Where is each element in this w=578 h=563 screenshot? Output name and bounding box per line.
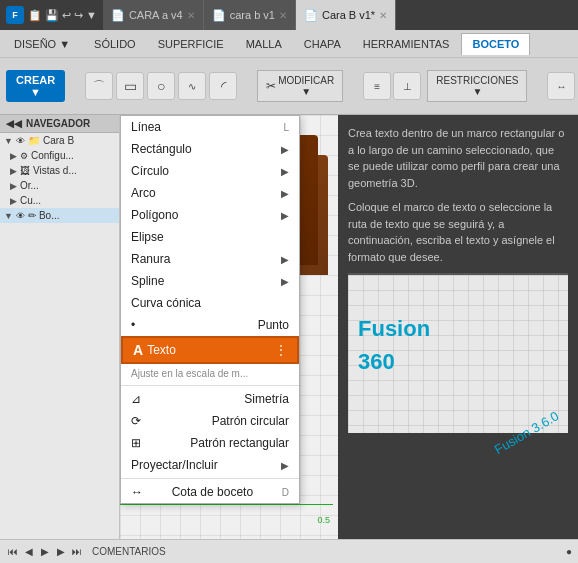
design-button[interactable]: DISEÑO ▼ bbox=[6, 35, 78, 53]
tab-superficie[interactable]: SUPERFICIE bbox=[148, 33, 234, 55]
menu-spline[interactable]: Spline ▶ bbox=[121, 270, 299, 292]
patron-c-icon: ⟳ bbox=[131, 414, 141, 428]
menu-simetria[interactable]: ⊿ Simetría bbox=[121, 388, 299, 410]
quick-access: 📋 💾 ↩ ↪ ▼ bbox=[28, 9, 97, 22]
arrow-icon3: ▶ bbox=[281, 188, 289, 199]
menu-punto[interactable]: • Punto bbox=[121, 314, 299, 336]
new-icon[interactable]: 📋 bbox=[28, 9, 42, 22]
menu-punto-icon: • bbox=[131, 318, 135, 332]
tab-chapa[interactable]: CHAPA bbox=[294, 33, 351, 55]
dropdown-icon[interactable]: ▼ bbox=[86, 9, 97, 21]
item-icon: 📁 bbox=[28, 135, 40, 146]
menu-patron-circular[interactable]: ⟳ Patrón circular bbox=[121, 410, 299, 432]
item-label5: Cu... bbox=[20, 195, 41, 206]
comentarios-expand[interactable]: ● bbox=[566, 546, 572, 557]
menu-linea[interactable]: Línea L bbox=[121, 116, 299, 138]
menu-poligono-label: Polígono bbox=[131, 208, 178, 222]
menu-patron-rect[interactable]: ⊞ Patrón rectangular bbox=[121, 432, 299, 454]
text-icon: A bbox=[133, 342, 143, 358]
nav-prev[interactable]: ◀ bbox=[22, 545, 36, 559]
inspect1[interactable]: ↔ bbox=[547, 72, 575, 100]
patron-r-icon: ⊞ bbox=[131, 436, 141, 450]
separator2 bbox=[121, 478, 299, 479]
menu-curva-conica[interactable]: Curva cónica bbox=[121, 292, 299, 314]
tab-herramientas[interactable]: HERRAMIENTAS bbox=[353, 33, 460, 55]
redo-icon[interactable]: ↪ bbox=[74, 9, 83, 22]
menu-ajuste[interactable]: Ajuste en la escala de m... bbox=[121, 364, 299, 383]
arrow-icon: ▶ bbox=[281, 144, 289, 155]
menu-simetria-label: Simetría bbox=[244, 392, 289, 406]
axis-label: 0.5 bbox=[317, 515, 330, 525]
tab-cara-b-v1[interactable]: 📄 Cara B v1* ✕ bbox=[296, 0, 396, 30]
eye-icon2: ⚙ bbox=[20, 151, 28, 161]
menu-rectangulo-label: Rectángulo bbox=[131, 142, 192, 156]
tab-close-active[interactable]: ✕ bbox=[379, 10, 387, 21]
constraint2[interactable]: ⊥ bbox=[393, 72, 421, 100]
menu-proyectar-label: Proyectar/Incluir bbox=[131, 458, 218, 472]
sidebar-item-vistas[interactable]: ▶ 🖼 Vistas d... bbox=[0, 163, 119, 178]
menu-punto-label: Punto bbox=[258, 318, 289, 332]
menu-ranura-label: Ranura bbox=[131, 252, 170, 266]
nav-play[interactable]: ▶ bbox=[38, 545, 52, 559]
modificar-button[interactable]: ✂ MODIFICAR ▼ bbox=[257, 70, 343, 102]
menu-cota[interactable]: ↔ Cota de boceto D bbox=[121, 481, 299, 503]
menu-rectangulo[interactable]: Rectángulo ▶ bbox=[121, 138, 299, 160]
save-icon[interactable]: 💾 bbox=[45, 9, 59, 22]
cota-shortcut: D bbox=[282, 487, 289, 498]
menu-arco-label: Arco bbox=[131, 186, 156, 200]
tab-icon: 📄 bbox=[304, 9, 318, 22]
menu-texto-label: Texto bbox=[147, 343, 176, 357]
sidebar-item-config[interactable]: ▶ ⚙ Configu... bbox=[0, 148, 119, 163]
nav-first[interactable]: ⏮ bbox=[6, 545, 20, 559]
crear-dropdown: Línea L Rectángulo ▶ Círculo ▶ Arco ▶ Po… bbox=[120, 115, 300, 504]
tooltip-desc2: Coloque el marco de texto o seleccione l… bbox=[348, 199, 568, 265]
sidebar-item-cara[interactable]: ▼ 👁 📁 Cara B bbox=[0, 133, 119, 148]
design-dropdown-icon: ▼ bbox=[59, 38, 70, 50]
constraint-tools: ≡ ⊥ bbox=[363, 72, 421, 100]
nav-next[interactable]: ▶ bbox=[54, 545, 68, 559]
menu-ranura[interactable]: Ranura ▶ bbox=[121, 248, 299, 270]
constraint1[interactable]: ≡ bbox=[363, 72, 391, 100]
spline-tool[interactable]: ∿ bbox=[178, 72, 206, 100]
tooltip-panel: Crea texto dentro de un marco rectangula… bbox=[338, 115, 578, 539]
nav-last[interactable]: ⏭ bbox=[70, 545, 84, 559]
x-axis-line bbox=[120, 504, 333, 505]
tab-cara-b[interactable]: 📄 cara b v1 ✕ bbox=[204, 0, 296, 30]
tab-solido[interactable]: SÓLIDO bbox=[84, 33, 146, 55]
tab-boceto[interactable]: BOCETO bbox=[461, 33, 530, 55]
menu-linea-label: Línea bbox=[131, 120, 161, 134]
tab-label: CARA a v4 bbox=[129, 9, 183, 21]
arrow-icon7: ▶ bbox=[281, 460, 289, 471]
menu-circulo[interactable]: Círculo ▶ bbox=[121, 160, 299, 182]
menu-poligono[interactable]: Polígono ▶ bbox=[121, 204, 299, 226]
sidebar-header: ◀◀ NAVEGADOR bbox=[0, 115, 119, 133]
expand-icon5: ▶ bbox=[10, 196, 17, 206]
menu-texto-more[interactable]: ⋮ bbox=[275, 343, 287, 357]
crear-button[interactable]: CREAR ▼ bbox=[6, 70, 65, 102]
arc-tool[interactable]: ⌒ bbox=[85, 72, 113, 100]
menu-elipse[interactable]: Elipse bbox=[121, 226, 299, 248]
menu-texto[interactable]: A Texto ⋮ bbox=[121, 336, 299, 364]
arrow-icon6: ▶ bbox=[281, 276, 289, 287]
sidebar-item-cu[interactable]: ▶ Cu... bbox=[0, 193, 119, 208]
circle-tool[interactable]: ○ bbox=[147, 72, 175, 100]
rect-tool[interactable]: ▭ bbox=[116, 72, 144, 100]
item-icon3: 🖼 bbox=[20, 165, 30, 176]
tab-close[interactable]: ✕ bbox=[279, 10, 287, 21]
tab-malla[interactable]: MALLA bbox=[236, 33, 292, 55]
bottom-bar: ⏮ ◀ ▶ ▶ ⏭ COMENTARIOS ● bbox=[0, 539, 578, 563]
toolbar-area: DISEÑO ▼ SÓLIDO SUPERFICIE MALLA CHAPA H… bbox=[0, 30, 578, 115]
undo-icon[interactable]: ↩ bbox=[62, 9, 71, 22]
menu-proyectar[interactable]: Proyectar/Incluir ▶ bbox=[121, 454, 299, 476]
arc-tool2[interactable]: ◜ bbox=[209, 72, 237, 100]
sidebar-item-bo[interactable]: ▼ 👁 ✏ Bo... bbox=[0, 208, 119, 223]
restricciones-button[interactable]: RESTRICCIONES ▼ bbox=[427, 70, 527, 102]
menu-arco[interactable]: Arco ▶ bbox=[121, 182, 299, 204]
tab-cara-a[interactable]: 📄 CARA a v4 ✕ bbox=[103, 0, 204, 30]
sidebar-items: ▼ 👁 📁 Cara B ▶ ⚙ Configu... ▶ 🖼 Vistas d… bbox=[0, 133, 119, 539]
expand-icon: ▼ bbox=[4, 136, 13, 146]
sidebar-item-or[interactable]: ▶ Or... bbox=[0, 178, 119, 193]
sidebar-collapse-icon[interactable]: ◀◀ bbox=[6, 118, 22, 129]
tab-close[interactable]: ✕ bbox=[187, 10, 195, 21]
menu-ajuste-label: Ajuste en la escala de m... bbox=[131, 368, 248, 379]
